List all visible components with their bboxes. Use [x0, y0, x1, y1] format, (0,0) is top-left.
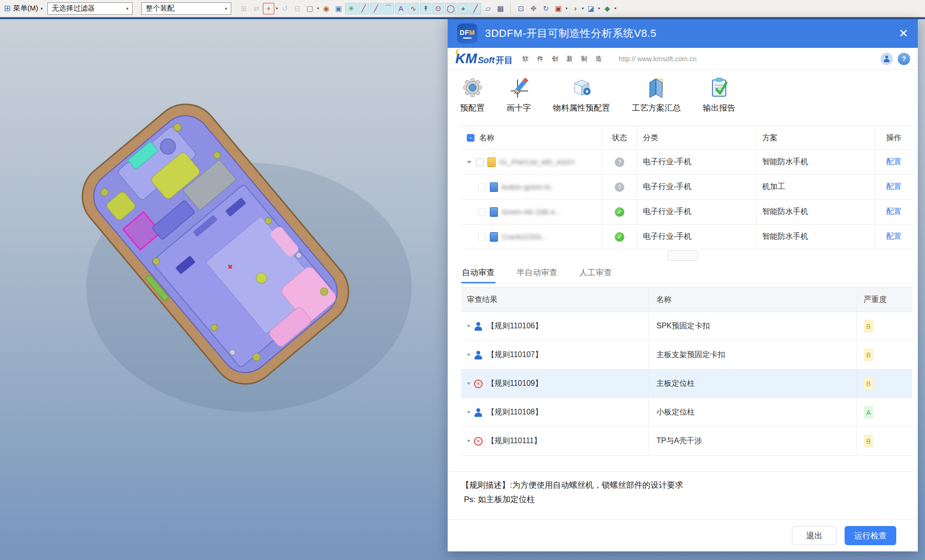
selection-scope-select[interactable]: 整个装配 ▾ — [141, 2, 231, 15]
circle-center-icon[interactable]: ⊙ — [432, 3, 444, 14]
rule-description: 【规则描述】:为方便使用自动螺丝机，锁螺丝部件的设计要求 Ps: 如主板加定位柱 — [448, 471, 918, 519]
view-cube-icon[interactable]: ▣ — [333, 3, 344, 14]
severity-badge: A — [864, 406, 873, 419]
reposition-icon[interactable]: ↺ — [279, 3, 291, 14]
curve-icon[interactable]: ∿ — [407, 3, 419, 14]
inferred-line-icon[interactable]: ╱ — [370, 3, 382, 14]
render-style-icon[interactable]: ◑ — [569, 3, 580, 14]
arc-icon[interactable]: ⌒ — [383, 3, 394, 14]
cell-status: ✓ — [602, 224, 637, 249]
marquee-select-icon[interactable]: ▢ — [304, 3, 316, 14]
cell-rule: ✕【规则110109】 — [461, 370, 649, 398]
configure-link[interactable]: 配置 — [886, 207, 902, 217]
parts-table-row[interactable]: button-green-N..?电子行业-手机机加工配置 — [461, 175, 912, 200]
action-books[interactable]: 工艺方案汇总 — [632, 76, 681, 113]
review-tabs: 自动审查半自动审查人工审查 — [461, 262, 912, 283]
result-row[interactable]: 【规则110106】SPK预固定卡扣B — [461, 312, 912, 341]
expand-caret-icon[interactable] — [467, 161, 472, 164]
zoom-icon[interactable]: ⊡ — [515, 3, 527, 14]
pan-icon[interactable]: ✥ — [528, 3, 539, 14]
cell-plan: 智能防水手机 — [756, 150, 876, 174]
cell-plan: 智能防水手机 — [756, 224, 876, 249]
diagonal-line-icon[interactable]: ╱ — [470, 3, 481, 14]
exit-button[interactable]: 退出 — [792, 526, 837, 545]
rule-id-text: 【规则110108】 — [487, 407, 542, 417]
tab-半自动审查[interactable]: 半自动审查 — [516, 262, 558, 283]
help-icon[interactable]: ? — [898, 53, 910, 65]
expand-caret-icon[interactable] — [467, 382, 471, 385]
chevron-down-icon[interactable]: ▾ — [598, 6, 600, 11]
part-name-text: button-green-N.. — [502, 183, 554, 191]
parts-table-row[interactable]: 01_PN0134_MD_ASSY?电子行业-手机智能防水手机配置 — [461, 150, 912, 175]
circle-icon[interactable]: ◯ — [445, 3, 456, 14]
severity-badge: B — [864, 377, 873, 390]
action-label: 输出报告 — [703, 102, 735, 113]
datum-axis-icon[interactable]: ↟ — [420, 3, 431, 14]
surface-icon[interactable]: ▱ — [482, 3, 494, 14]
chevron-down-icon: ▾ — [225, 6, 227, 11]
rotate-view-icon[interactable]: ↻ — [540, 3, 552, 14]
app-icon: ⊞ — [4, 3, 11, 13]
expand-caret-icon[interactable] — [467, 354, 471, 356]
shaded-object-icon[interactable]: ◉ — [320, 3, 332, 14]
dfm-icon-text-accent: M — [469, 29, 475, 36]
fit-view-icon[interactable]: ▣ — [553, 3, 564, 14]
select-all-checkbox[interactable]: − — [467, 134, 474, 142]
parts-table-row[interactable]: Green-N0.15B-4...✓电子行业-手机智能防水手机配置 — [461, 200, 912, 224]
chevron-down-icon[interactable]: ▾ — [317, 6, 319, 11]
dfm-app-icon: DFM — [457, 23, 477, 44]
result-row[interactable]: ✕【规则110111】TP与A壳干涉B — [461, 427, 912, 456]
row-checkbox[interactable] — [478, 183, 486, 191]
move-component-icon[interactable]: ⇄ — [250, 3, 262, 14]
configure-link[interactable]: 配置 — [886, 157, 902, 167]
tab-人工审查[interactable]: 人工审查 — [578, 262, 613, 283]
collapse-handle[interactable] — [667, 250, 698, 261]
snap-point-icon[interactable]: ⌖ — [263, 3, 274, 14]
chevron-down-icon[interactable]: ▾ — [614, 6, 616, 11]
user-icon[interactable] — [880, 53, 893, 65]
cell-plan: 智能防水手机 — [756, 200, 876, 224]
result-row[interactable]: 【规则110107】主板支架预固定卡扣B — [461, 341, 912, 370]
action-pencil-crosshair[interactable]: 画十字 — [507, 76, 531, 113]
cell-category: 电子行业-手机 — [637, 175, 756, 199]
result-row[interactable]: 【规则110108】小板定位柱A — [461, 398, 912, 427]
parts-table-row[interactable]: Crank22333...✓电子行业-手机智能防水手机配置 — [461, 224, 912, 249]
expand-caret-icon[interactable] — [467, 440, 471, 442]
assembly-constraints-icon[interactable]: ⊞ — [238, 3, 249, 14]
close-icon[interactable]: ✕ — [899, 28, 908, 39]
menu-button[interactable]: ⊞ 菜单(M) ▾ — [4, 3, 43, 13]
point-icon[interactable]: + — [457, 3, 469, 14]
expand-caret-icon[interactable] — [467, 411, 471, 414]
tab-自动审查[interactable]: 自动审查 — [461, 262, 496, 283]
row-checkbox[interactable] — [478, 233, 486, 241]
studio-spline-icon[interactable]: A — [395, 3, 406, 14]
status-ok-icon: ✓ — [615, 207, 624, 217]
configure-link[interactable]: 配置 — [886, 232, 902, 242]
orient-view-icon[interactable]: ◪ — [585, 3, 597, 14]
pattern-component-icon[interactable]: ⊟ — [292, 3, 303, 14]
configure-link[interactable]: 配置 — [886, 182, 902, 192]
chevron-down-icon[interactable]: ▾ — [565, 6, 567, 11]
selection-scope-value: 整个装配 — [146, 4, 174, 13]
sketch-point-icon[interactable]: ✳ — [345, 3, 357, 14]
line-icon[interactable]: ╱ — [358, 3, 369, 14]
run-check-button[interactable]: 运行检查 — [845, 526, 896, 545]
phone-3d-model — [0, 19, 450, 560]
action-label: 工艺方案汇总 — [632, 102, 681, 113]
section-view-icon[interactable]: ◆ — [601, 3, 613, 14]
chevron-down-icon[interactable]: ▾ — [582, 6, 584, 11]
expand-caret-icon[interactable] — [467, 325, 471, 327]
logo-km: KM — [455, 51, 477, 67]
row-checkbox[interactable] — [478, 208, 486, 216]
cell-action: 配置 — [876, 175, 912, 199]
selection-filter-select[interactable]: 无选择过滤器 ▾ — [47, 2, 133, 15]
result-row[interactable]: ✕【规则110109】主板定位柱B — [461, 370, 912, 398]
action-box-gear[interactable]: 物料属性预配置 — [553, 76, 610, 113]
cell-part-name: Crank22333... — [461, 224, 602, 249]
chevron-down-icon[interactable]: ▾ — [276, 6, 278, 11]
mesh-icon[interactable]: ▦ — [495, 3, 506, 14]
row-checkbox[interactable] — [476, 158, 484, 166]
dialog-titlebar[interactable]: DFM 3DDFM-开目可制造性分析系统V8.5 ✕ — [448, 19, 918, 48]
action-gear[interactable]: 预配置 — [460, 76, 485, 113]
action-report-check[interactable]: 输出报告 — [703, 76, 735, 113]
